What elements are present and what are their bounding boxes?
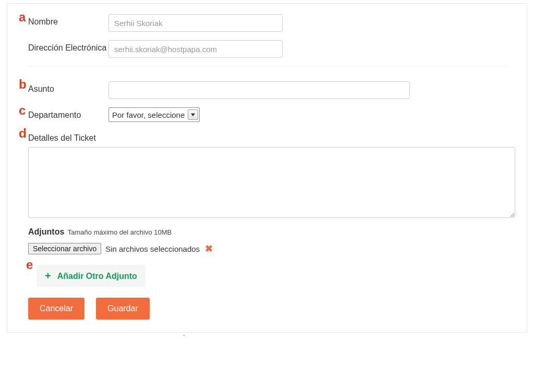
annotation-e: e xyxy=(26,258,33,272)
plus-icon: + xyxy=(45,270,51,282)
svg-marker-0 xyxy=(191,114,195,117)
ticket-form-panel: a Nombre Dirección Electrónica b Asunto … xyxy=(7,3,527,333)
department-select[interactable]: Por favor, seleccione xyxy=(108,107,200,122)
label-details: Detalles del Ticket xyxy=(20,130,96,143)
save-button[interactable]: Guardar xyxy=(96,298,150,320)
select-file-button[interactable]: Seleccionar archivo xyxy=(28,243,101,254)
row-subject: b Asunto xyxy=(20,81,514,99)
row-name: a Nombre xyxy=(20,14,514,32)
email-input[interactable] xyxy=(108,40,283,58)
department-selected-text: Por favor, seleccione xyxy=(112,111,185,119)
file-status-text: Sin archivos seleccionados xyxy=(105,244,200,253)
remove-file-icon[interactable]: ✖ xyxy=(205,243,213,254)
attachments-title: Adjuntos xyxy=(28,227,64,236)
cancel-button[interactable]: Cancelar xyxy=(28,298,84,320)
label-name: Nombre xyxy=(20,14,108,27)
add-attachment-button[interactable]: + Añadir Otro Adjunto xyxy=(37,265,145,287)
file-row: Seleccionar archivo Sin archivos selecci… xyxy=(28,243,514,254)
attachments-subtitle: Tamaño máximo del archivo 10MB xyxy=(68,228,172,236)
annotation-c: c xyxy=(19,103,26,118)
label-subject: Asunto xyxy=(20,81,108,94)
row-details-label: d Detalles del Ticket xyxy=(20,130,514,143)
annotation-d: d xyxy=(19,126,27,141)
name-input[interactable] xyxy=(108,14,283,32)
row-department: c Departamento Por favor, seleccione xyxy=(20,107,514,122)
button-row: Cancelar Guardar xyxy=(28,298,514,320)
annotation-b: b xyxy=(19,77,27,92)
dropdown-icon xyxy=(188,109,198,120)
annotation-a: a xyxy=(19,10,26,24)
label-email: Dirección Electrónica xyxy=(20,40,108,53)
subject-input[interactable] xyxy=(108,81,410,99)
details-textarea[interactable] xyxy=(28,147,515,218)
label-department: Departamento xyxy=(20,107,108,120)
divider xyxy=(28,66,506,67)
attachments-block: Adjuntos Tamaño máximo del archivo 10MB … xyxy=(28,227,514,254)
arrow-annotation xyxy=(127,329,190,336)
row-email: Dirección Electrónica xyxy=(20,40,514,58)
add-attachment-label: Añadir Otro Adjunto xyxy=(57,272,137,281)
